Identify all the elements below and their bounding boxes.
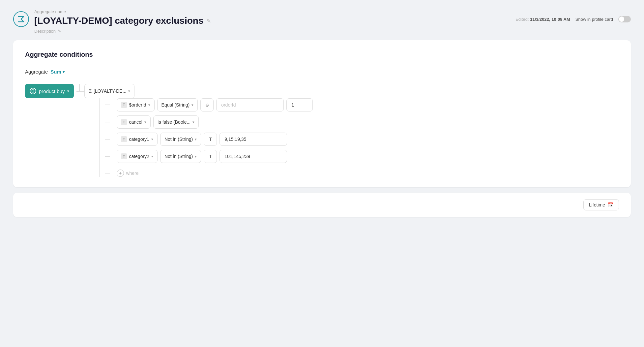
- field-cancel-dropdown[interactable]: T cancel ▾: [117, 115, 150, 129]
- event-q-icon: Q: [30, 88, 36, 94]
- aggregate-row: Aggregate Sum ▾: [25, 69, 619, 75]
- value-type-t-icon-btn-2[interactable]: T: [204, 150, 217, 163]
- operator-equal-string-dropdown[interactable]: Equal (String) ▾: [157, 98, 198, 111]
- value-category2-input[interactable]: [220, 150, 287, 163]
- header-left: Aggregate name [LOYALTY-DEMO] category e…: [13, 9, 211, 34]
- operator-notin1-dropdown[interactable]: Not in (String) ▾: [160, 133, 201, 146]
- description-row: Description ✎: [34, 29, 211, 34]
- event-chevron-icon: ▾: [67, 89, 69, 93]
- table-row: T category1 ▾ Not in (String) ▾ T: [105, 133, 313, 146]
- conditions-body: Q product buy ▾ Σ [LOYALTY-DE...: [25, 84, 619, 177]
- field-category2-label: category2: [129, 154, 149, 159]
- where-row: + where: [105, 170, 313, 177]
- event-pill[interactable]: Q product buy ▾: [25, 84, 74, 98]
- value-placeholder-input[interactable]: [216, 98, 284, 111]
- conditions-group: T $orderId ▾ Equal (String) ▾ ⊕: [99, 98, 313, 177]
- show-profile-toggle[interactable]: [618, 16, 631, 22]
- operator-chevron-icon: ▾: [191, 103, 193, 107]
- main-content: Aggregate conditions Aggregate Sum ▾ Q p…: [0, 40, 644, 229]
- field-category1-dropdown[interactable]: T category1 ▾: [117, 133, 157, 146]
- field-category2-chevron-icon: ▾: [151, 154, 153, 159]
- value-1-input[interactable]: [286, 98, 313, 111]
- operator-equal-label: Equal (String): [161, 102, 190, 108]
- aggregate-type-dropdown[interactable]: Sum ▾: [50, 69, 65, 75]
- operator-isfalse-dropdown[interactable]: Is false (Boole... ▾: [153, 115, 199, 129]
- sigma-row: Σ [LOYALTY-DE... ▾: [84, 84, 313, 98]
- lifetime-card: Lifetime 📅: [13, 193, 631, 217]
- h-connector: [76, 84, 84, 92]
- add-where-button[interactable]: + where: [117, 170, 138, 177]
- field-orderid-dropdown[interactable]: T $orderId ▾: [117, 98, 154, 111]
- field-orderid-label: $orderId: [129, 102, 146, 108]
- where-label: where: [126, 171, 138, 176]
- field-cancel-type-icon: T: [121, 119, 127, 125]
- sigma-label: [LOYALTY-DE...: [94, 88, 126, 94]
- operator-isfalse-label: Is false (Boole...: [158, 119, 190, 125]
- tree-and-conditions: T $orderId ▾ Equal (String) ▾ ⊕: [84, 98, 313, 177]
- plus-circle-icon: +: [117, 170, 124, 177]
- sigma-prefix: Σ: [89, 88, 92, 94]
- field-type-icon: T: [121, 102, 127, 108]
- lifetime-button[interactable]: Lifetime 📅: [583, 199, 619, 210]
- edited-text: Edited: 11/3/2022, 10:09 AM: [515, 17, 570, 22]
- field-cancel-label: cancel: [129, 119, 142, 125]
- value-type-t-icon-btn-1[interactable]: T: [204, 133, 217, 146]
- table-row: T category2 ▾ Not in (String) ▾ T: [105, 150, 313, 163]
- table-row: T $orderId ▾ Equal (String) ▾ ⊕: [105, 98, 313, 111]
- title-edit-icon[interactable]: ✎: [207, 18, 211, 24]
- field-category2-type-icon: T: [121, 153, 127, 159]
- sigma-and-conditions: Σ [LOYALTY-DE... ▾: [84, 84, 313, 177]
- field-category1-type-icon: T: [121, 136, 127, 142]
- page-header: Aggregate name [LOYALTY-DEMO] category e…: [0, 0, 644, 40]
- show-profile-label: Show in profile card: [575, 17, 613, 22]
- field-cancel-chevron-icon: ▾: [144, 120, 146, 124]
- operator-notin2-label: Not in (String): [164, 154, 193, 159]
- field-orderid-chevron: ▾: [148, 103, 150, 107]
- field-category1-chevron-icon: ▾: [151, 137, 153, 142]
- operator-isfalse-chevron-icon: ▾: [192, 120, 194, 124]
- description-label: Description: [34, 29, 56, 34]
- description-edit-icon[interactable]: ✎: [58, 29, 61, 34]
- value-type-icon-btn[interactable]: ⊕: [200, 98, 214, 111]
- operator-notin2-dropdown[interactable]: Not in (String) ▾: [160, 150, 201, 163]
- calendar-icon: 📅: [608, 202, 613, 207]
- sigma-dropdown[interactable]: Σ [LOYALTY-DE... ▾: [84, 84, 134, 98]
- aggregate-label: Aggregate: [25, 69, 48, 75]
- operator-notin2-chevron-icon: ▾: [195, 154, 197, 159]
- field-category2-dropdown[interactable]: T category2 ▾: [117, 150, 157, 163]
- field-category1-label: category1: [129, 137, 149, 142]
- event-name: product buy: [39, 88, 65, 94]
- connector-and-sigma: Σ [LOYALTY-DE... ▾: [76, 84, 313, 177]
- aggregate-name-label: Aggregate name: [34, 9, 211, 14]
- page-title: [LOYALTY-DEMO] category exclusions: [34, 16, 203, 26]
- conditions-card: Aggregate conditions Aggregate Sum ▾ Q p…: [13, 40, 631, 187]
- lifetime-label: Lifetime: [589, 202, 605, 207]
- title-block: Aggregate name [LOYALTY-DEMO] category e…: [34, 9, 211, 34]
- title-row: [LOYALTY-DEMO] category exclusions ✎: [34, 16, 211, 26]
- operator-notin1-label: Not in (String): [164, 137, 193, 142]
- table-row: T cancel ▾ Is false (Boole... ▾: [105, 115, 313, 129]
- sigma-logo-icon: [13, 11, 29, 27]
- operator-notin1-chevron-icon: ▾: [195, 137, 197, 142]
- header-right: Edited: 11/3/2022, 10:09 AM Show in prof…: [515, 16, 631, 22]
- conditions-title: Aggregate conditions: [25, 51, 619, 58]
- value-category1-input[interactable]: [220, 133, 287, 146]
- sigma-chevron-icon: ▾: [128, 89, 130, 93]
